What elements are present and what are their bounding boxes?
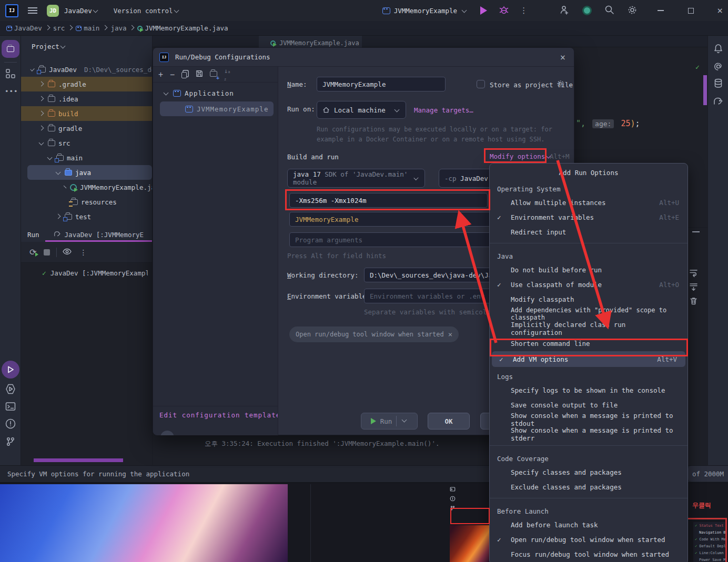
maximize-button[interactable] bbox=[688, 8, 694, 14]
scroll-to-end-icon[interactable] bbox=[689, 282, 698, 293]
menu-item-save-console-output[interactable]: Save console output to file bbox=[490, 397, 687, 412]
tree-item-main[interactable]: main bbox=[21, 150, 152, 165]
sort-configs-icon[interactable]: ↓az bbox=[224, 67, 230, 82]
menu-item-do-not-build[interactable]: Do not build before run bbox=[490, 262, 687, 277]
name-input[interactable]: JVMMemoryExample bbox=[317, 77, 446, 91]
stop-icon[interactable] bbox=[44, 249, 50, 256]
menu-item-focus-run-tool-window[interactable]: Focus run/debug tool window when started bbox=[490, 547, 687, 561]
edit-templates-link[interactable]: Edit configuration templates… bbox=[159, 411, 278, 419]
add-config-icon[interactable]: + bbox=[158, 70, 163, 79]
vcs-widget[interactable]: Version control bbox=[114, 7, 180, 15]
tree-item-src[interactable]: src bbox=[21, 136, 152, 150]
help-button[interactable]: ? bbox=[160, 431, 174, 435]
option-chip[interactable]: Open run/debug tool window when started× bbox=[289, 326, 459, 342]
memory-indicator[interactable]: of 2000M bbox=[688, 466, 728, 482]
run-tool-button[interactable] bbox=[2, 361, 19, 379]
ai-assistant-icon[interactable] bbox=[713, 61, 724, 74]
breadcrumb-item[interactable]: JavaDev bbox=[14, 24, 42, 32]
user-avatar[interactable] bbox=[582, 6, 592, 15]
eye-icon[interactable] bbox=[62, 247, 72, 258]
rerun-icon[interactable]: ⟳ bbox=[29, 247, 36, 257]
breadcrumb-item[interactable]: java bbox=[110, 24, 126, 32]
tree-item-gradle-dot[interactable]: .gradle bbox=[21, 77, 152, 91]
tree-item-javadev-root[interactable]: JavaDevD:\Dev\_sources_dev\java bbox=[21, 62, 152, 77]
menu-item-allow-multiple-instances[interactable]: Allow multiple instancesAlt+U bbox=[490, 195, 687, 210]
run-config-selector[interactable]: JVMMemoryExample bbox=[382, 7, 468, 15]
menu-item-show-console-stderr[interactable]: Show console when a message is printed t… bbox=[490, 427, 687, 442]
chip-remove-icon[interactable]: × bbox=[448, 330, 452, 339]
minimize-button[interactable] bbox=[658, 10, 664, 11]
search-icon[interactable] bbox=[604, 5, 614, 16]
tree-item-java[interactable]: java bbox=[27, 165, 152, 180]
menu-item-specify-classes[interactable]: Specify classes and packages bbox=[490, 465, 687, 479]
run-on-select[interactable]: Local machine bbox=[317, 101, 406, 119]
tree-item-build[interactable]: build bbox=[21, 106, 152, 121]
notifications-bell-icon[interactable] bbox=[713, 43, 724, 56]
soft-wrap-icon[interactable] bbox=[689, 268, 698, 279]
project-selector[interactable]: JavaDev bbox=[64, 7, 99, 15]
more-tools-icon[interactable]: ••• bbox=[5, 87, 18, 95]
close-button[interactable]: × bbox=[717, 6, 723, 15]
breadcrumb-item[interactable]: main bbox=[84, 24, 99, 32]
database-tool-icon[interactable] bbox=[713, 78, 724, 90]
project-tool-button[interactable] bbox=[2, 40, 19, 58]
menu-item-shorten-command-line[interactable]: Shorten command line bbox=[490, 336, 687, 351]
new-folder-icon[interactable]: + bbox=[210, 70, 217, 78]
menu-item-specify-logs[interactable]: Specify logs to be shown in the console bbox=[490, 383, 687, 397]
config-type-group[interactable]: Application bbox=[153, 86, 278, 100]
terminal-tool-icon[interactable] bbox=[5, 401, 16, 414]
project-panel-header[interactable]: Project bbox=[21, 36, 152, 57]
run-button[interactable] bbox=[480, 6, 487, 15]
tree-item-resources[interactable]: resources bbox=[21, 195, 152, 209]
debug-button[interactable] bbox=[499, 5, 509, 17]
code-line[interactable]: ", age: 25); bbox=[576, 119, 640, 128]
tree-item-class-file[interactable]: JVMMemoryExample.java bbox=[21, 180, 152, 195]
vm-options-input[interactable]: -Xms256m -Xmx1024m bbox=[289, 193, 488, 208]
structure-tool-icon[interactable] bbox=[5, 68, 16, 80]
store-as-project-file-checkbox[interactable] bbox=[477, 80, 485, 88]
menu-item-redirect-input[interactable]: Redirect input bbox=[490, 224, 687, 239]
tree-item-test[interactable]: test bbox=[21, 209, 152, 224]
problems-tool-icon[interactable] bbox=[5, 418, 16, 431]
breadcrumb-item[interactable]: src bbox=[53, 24, 65, 32]
add-user-icon[interactable] bbox=[559, 5, 570, 17]
menu-item-add-before-launch-task[interactable]: Add before launch task bbox=[490, 517, 687, 532]
git-tool-icon[interactable] bbox=[5, 436, 16, 449]
menu-item-add-vm-options[interactable]: ✓Add VM optionsAlt+V bbox=[492, 351, 685, 367]
dialog-run-button[interactable]: Run bbox=[361, 413, 418, 430]
menu-item-open-run-tool-window[interactable]: ✓Open run/debug tool window when started bbox=[490, 532, 687, 547]
menu-item-modify-classpath[interactable]: Modify classpath bbox=[490, 292, 687, 306]
copy-config-icon[interactable] bbox=[181, 72, 187, 78]
breadcrumb-item[interactable]: JVMMemoryExample.java bbox=[145, 24, 228, 32]
run-result-line[interactable]: JavaDev [:JVMMemoryExample.main 6 bbox=[50, 269, 148, 277]
manage-targets-link[interactable]: Manage targets… bbox=[414, 106, 473, 114]
more-actions-icon[interactable]: ⋮ bbox=[79, 248, 87, 257]
modify-options-link[interactable]: Modify options bbox=[490, 152, 552, 160]
hide-toolwindow-icon[interactable] bbox=[692, 231, 700, 232]
inspection-ok-icon[interactable]: ✓ bbox=[695, 63, 700, 71]
menu-item-environment-variables[interactable]: ✓Environment variablesAlt+E bbox=[490, 210, 687, 224]
menu-item-show-console-stdout[interactable]: Show console when a message is printed t… bbox=[490, 412, 687, 427]
mini-menu-item: ✓ Code With Me Wi bbox=[695, 536, 725, 543]
dialog-ok-button[interactable]: OK bbox=[428, 413, 470, 430]
more-actions-icon[interactable]: ⋮ bbox=[520, 6, 528, 15]
menu-item-add-dependencies[interactable]: Add dependencies with "provided" scope t… bbox=[490, 306, 687, 321]
scrollbar-marker[interactable] bbox=[703, 75, 707, 105]
dialog-close-icon[interactable]: × bbox=[560, 52, 565, 63]
save-config-icon[interactable] bbox=[196, 70, 203, 79]
menu-item-exclude-classes[interactable]: Exclude classes and packages bbox=[490, 479, 687, 494]
services-tool-icon[interactable] bbox=[5, 383, 16, 396]
tree-item-gradle[interactable]: gradle bbox=[21, 121, 152, 136]
jre-select[interactable]: java 17 SDK of 'JavaDev.main' module bbox=[287, 169, 425, 188]
tree-item-idea[interactable]: .idea bbox=[21, 91, 152, 106]
gradle-tool-icon[interactable] bbox=[712, 95, 724, 109]
store-settings-gear-icon[interactable] bbox=[556, 79, 565, 90]
trash-icon[interactable] bbox=[689, 297, 698, 307]
config-item-selected[interactable]: JVMMemoryExample bbox=[160, 101, 274, 116]
main-menu-icon[interactable] bbox=[28, 7, 37, 14]
menu-item-implicit-class[interactable]: Implicitly declared class run configurat… bbox=[490, 321, 687, 336]
menu-item-use-classpath-of-module[interactable]: ✓Use classpath of moduleAlt+O bbox=[490, 277, 687, 292]
run-tab[interactable]: JavaDev [:JVMMemoryExample.ma bbox=[65, 231, 144, 239]
remove-config-icon[interactable]: − bbox=[170, 70, 175, 79]
settings-gear-icon[interactable] bbox=[627, 5, 638, 17]
